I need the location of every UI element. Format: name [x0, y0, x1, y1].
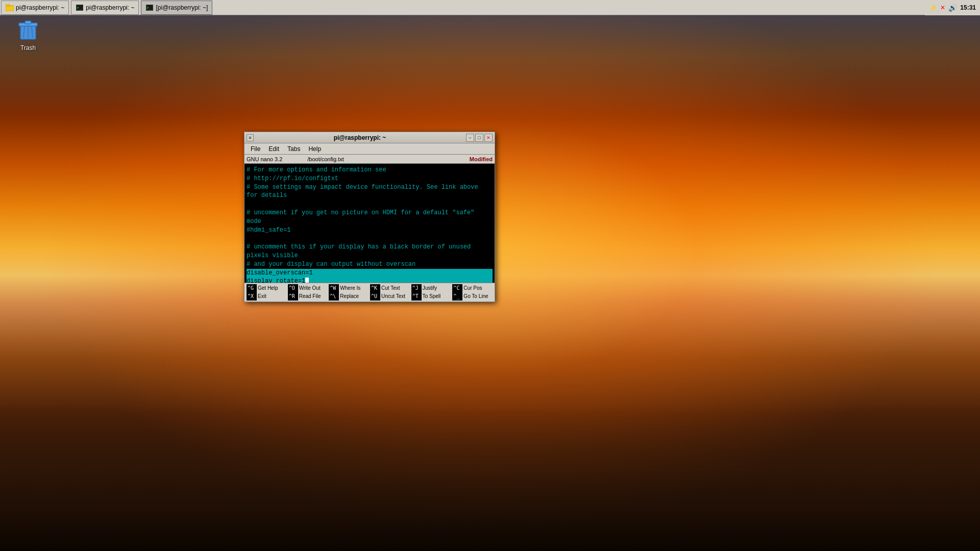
- shortcut-label-cut-text: Cut Text: [381, 284, 400, 292]
- shortcut-key-k: ^K: [370, 284, 380, 292]
- shortcut-label-get-help: Get Help: [258, 284, 278, 292]
- sky-overlay: [0, 15, 980, 117]
- content-line-3: # Some settings may impact device functi…: [247, 184, 478, 199]
- title-bar: ≡ pi@raspberrypi: ~ − □ ✕: [244, 132, 495, 143]
- shortcut-cut-text: ^K Cut Text: [370, 284, 410, 292]
- shortcut-key-w: ^W: [329, 284, 339, 292]
- content-line-11-highlighted: display_rotate=1: [247, 277, 493, 283]
- shortcut-label-go-to-line: Go To Line: [463, 292, 488, 300]
- nano-shortcuts: ^G Get Help ^O Write Out ^W Where Is ^K …: [244, 283, 495, 302]
- shortcut-key-underscore: ^_: [452, 292, 462, 300]
- shortcut-uncut-text: ^U Uncut Text: [370, 292, 410, 300]
- svg-rect-1: [6, 4, 9, 6]
- content-line-5: # uncomment if you get no picture on HDM…: [247, 209, 474, 225]
- title-bar-left: ≡: [247, 134, 254, 141]
- shortcut-label-to-spell: To Spell: [423, 292, 441, 300]
- title-bar-menu-btn[interactable]: ≡: [247, 134, 254, 141]
- minimize-button[interactable]: −: [466, 134, 474, 142]
- shortcut-label-write-out: Write Out: [299, 284, 321, 292]
- menu-tabs[interactable]: Tabs: [283, 144, 304, 154]
- taskbar-item-terminal1[interactable]: >_ pi@raspberrypi: ~: [71, 1, 139, 15]
- nano-modified-status: Modified: [470, 156, 493, 162]
- terminal1-icon: >_: [76, 4, 84, 12]
- close-button[interactable]: ✕: [484, 134, 493, 142]
- shortcut-label-justify: Justify: [423, 284, 437, 292]
- cursor: [305, 278, 309, 283]
- svg-text:>_: >_: [77, 6, 82, 10]
- menu-bar: File Edit Tabs Help: [244, 143, 495, 155]
- nano-status-bar: GNU nano 3.2 /boot/config.txt Modified: [244, 155, 495, 164]
- shortcut-key-backslash: ^\: [329, 292, 339, 300]
- shortcut-label-cur-pos: Cur Pos: [463, 284, 482, 292]
- bluetooth-icon[interactable]: ⚡: [929, 4, 937, 12]
- terminal-content[interactable]: # For more options and information see #…: [244, 164, 495, 283]
- filemanager-label: pi@raspberrypi: ~: [16, 4, 64, 11]
- content-line-9: # and your display can output without ov…: [247, 261, 415, 268]
- shortcut-label-exit: Exit: [258, 292, 266, 300]
- shortcut-key-u: ^U: [370, 292, 380, 300]
- shortcut-go-to-line: ^_ Go To Line: [452, 292, 493, 300]
- taskbar-item-terminal2[interactable]: >_ [pi@raspberrypi: ~]: [141, 1, 212, 15]
- shortcut-exit: ^X Exit: [247, 292, 287, 300]
- shortcut-to-spell: ^T To Spell: [411, 292, 452, 300]
- shortcut-key-g: ^G: [247, 284, 257, 292]
- folder-icon: [6, 4, 14, 12]
- content-line-10-highlighted: disable_overscan=1: [247, 269, 493, 278]
- temple-overlay: [0, 347, 980, 551]
- terminal2-icon: >_: [145, 4, 154, 12]
- shortcut-label-read-file: Read File: [299, 292, 321, 300]
- menu-file[interactable]: File: [247, 144, 264, 154]
- content-line-1: # For more options and information see: [247, 166, 386, 173]
- shortcut-label-where-is: Where Is: [340, 284, 360, 292]
- svg-rect-0: [6, 6, 14, 11]
- shortcut-label-uncut-text: Uncut Text: [381, 292, 405, 300]
- volume-icon[interactable]: 🔊: [948, 4, 957, 12]
- shortcut-key-x: ^X: [247, 292, 257, 300]
- menu-help[interactable]: Help: [304, 144, 325, 154]
- shortcut-row-1: ^G Get Help ^O Write Out ^W Where Is ^K …: [247, 284, 493, 292]
- system-clock: 15:31: [960, 4, 976, 11]
- shortcut-key-t: ^T: [411, 292, 422, 300]
- shortcut-key-j: ^J: [411, 284, 422, 292]
- trash-icon-image: [16, 18, 40, 42]
- shortcut-justify: ^J Justify: [411, 284, 452, 292]
- shortcut-replace: ^\ Replace: [329, 292, 369, 300]
- system-tray: ⚡ ✕ 🔊 15:31: [925, 0, 980, 15]
- terminal2-label: [pi@raspberrypi: ~]: [156, 4, 208, 11]
- menu-edit[interactable]: Edit: [264, 144, 283, 154]
- content-line-6: #hdmi_safe=1: [247, 227, 290, 234]
- taskbar: pi@raspberrypi: ~ >_ pi@raspberrypi: ~ >…: [0, 0, 980, 15]
- content-line-8: # uncomment this if your display has a b…: [247, 243, 471, 259]
- shortcut-where-is: ^W Where Is: [329, 284, 369, 292]
- terminal1-label: pi@raspberrypi: ~: [86, 4, 134, 11]
- shortcut-read-file: ^R Read File: [288, 292, 328, 300]
- svg-text:>_: >_: [146, 6, 152, 10]
- trash-desktop-icon[interactable]: Trash: [10, 18, 46, 52]
- shortcut-key-r: ^R: [288, 292, 298, 300]
- desktop: pi@raspberrypi: ~ >_ pi@raspberrypi: ~ >…: [0, 0, 980, 551]
- nano-version: GNU nano 3.2 /boot/config.txt: [247, 156, 470, 162]
- window-title: pi@raspberrypi: ~: [334, 134, 386, 141]
- shortcut-row-2: ^X Exit ^R Read File ^\ Replace ^U Uncut…: [247, 292, 493, 300]
- shortcut-get-help: ^G Get Help: [247, 284, 287, 292]
- bluetooth-x-icon: ✕: [940, 4, 945, 11]
- shortcut-key-c: ^C: [452, 284, 462, 292]
- shortcut-cur-pos: ^C Cur Pos: [452, 284, 493, 292]
- content-line-2: # http://rpf.io/configtxt: [247, 175, 338, 182]
- title-bar-controls: − □ ✕: [466, 134, 493, 142]
- shortcut-label-replace: Replace: [340, 292, 359, 300]
- maximize-button[interactable]: □: [475, 134, 483, 142]
- taskbar-item-filemanager[interactable]: pi@raspberrypi: ~: [1, 1, 69, 15]
- shortcut-key-o: ^O: [288, 284, 298, 292]
- terminal-window: ≡ pi@raspberrypi: ~ − □ ✕ File Edit Tabs…: [244, 132, 495, 302]
- trash-label: Trash: [20, 44, 36, 52]
- svg-rect-8: [25, 21, 31, 24]
- shortcut-write-out: ^O Write Out: [288, 284, 328, 292]
